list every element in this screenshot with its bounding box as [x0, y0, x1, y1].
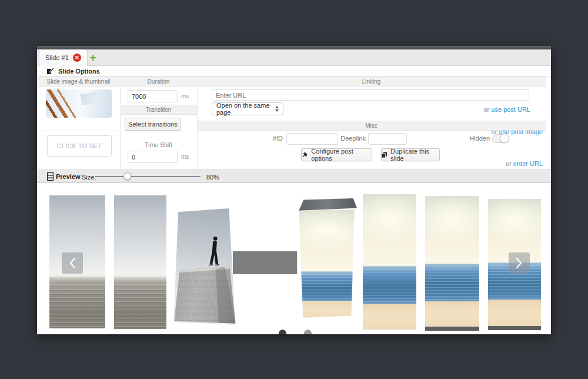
slide-options-panel: Slide image & thumbnail or enter URL or … [37, 77, 551, 169]
enter-thumb-url-link[interactable]: enter URL [513, 160, 543, 167]
preview-prev-arrow[interactable] [62, 252, 83, 274]
preview-size-slider-handle[interactable] [123, 172, 131, 180]
preview-size-value: 80% [206, 174, 219, 181]
post-url-links: or use post URL [484, 105, 531, 114]
beach-sea [363, 266, 416, 304]
preview-slice-beach-2 [363, 194, 416, 330]
deeplink-label: Deeplink [319, 135, 366, 142]
thumb-links: or enter URL [506, 159, 543, 168]
slice-bottom-edge [488, 326, 541, 330]
link-target-select[interactable]: Open on the same page [212, 102, 283, 115]
click-to-set-thumbnail-button[interactable]: CLICK TO SET [47, 135, 112, 157]
slide-preview-area [37, 183, 551, 334]
or-text: or [506, 160, 512, 167]
misc-header: Misc [197, 121, 546, 131]
linking-header: Linking [197, 77, 546, 87]
time-shift-unit: ms [181, 154, 189, 160]
cube-top-face [297, 198, 358, 211]
tab-slide-1[interactable]: Slide #1 ✕ [39, 49, 88, 66]
transition-header: Transition [120, 105, 197, 115]
select-stepper-icon [275, 106, 279, 112]
or-text: or [484, 106, 490, 113]
slide-tabbar: Slide #1 ✕ + [37, 49, 551, 66]
film-icon [47, 172, 54, 181]
duplicate-icon [382, 152, 387, 158]
configure-post-options-button[interactable]: Configure post options [301, 148, 372, 161]
preview-bullet-1[interactable] [279, 330, 286, 334]
select-transitions-button[interactable]: Select transitions [125, 118, 181, 131]
preview-bullet-2[interactable] [304, 330, 312, 334]
toggle-knob [500, 134, 509, 143]
duration-unit: ms [181, 93, 189, 99]
preview-slice-beach-3 [425, 196, 479, 331]
slide-thumbnail-image[interactable] [46, 89, 112, 118]
preview-bar: Preview Size: 80% [37, 169, 551, 183]
deeplink-input[interactable] [368, 133, 407, 145]
beach-sand [488, 300, 541, 326]
slide-options-title: Slide Options [58, 68, 100, 75]
beach-sand [425, 301, 479, 327]
slice-bottom-edge [425, 327, 479, 331]
time-shift-label: Time Shift [120, 141, 197, 148]
preview-next-arrow[interactable] [509, 252, 530, 274]
chevron-left-icon [69, 257, 76, 269]
beach-sky [297, 210, 358, 271]
preview-size-slider-track[interactable] [95, 176, 201, 177]
id-label: #ID [243, 135, 283, 142]
link-target-value: Open on the same page [216, 102, 270, 116]
configure-post-options-label: Configure post options [311, 148, 372, 162]
duration-header: Duration [120, 77, 197, 87]
preview-size-label: Size: [82, 174, 96, 181]
chevron-right-icon [516, 257, 523, 269]
slide-options-header: Slide Options [37, 66, 551, 77]
time-shift-input[interactable] [128, 151, 178, 163]
beach-tilted-body [297, 210, 358, 318]
image-column-divider [37, 131, 120, 131]
image-column-header: Slide image & thumbnail [37, 77, 120, 87]
pushpin-icon [302, 152, 308, 158]
preview-label: Preview [56, 173, 81, 180]
add-slide-button[interactable]: + [86, 51, 99, 65]
edit-icon [46, 67, 54, 75]
preview-slice-beach-tilted [297, 198, 358, 318]
slide-editor-window: Slide #1 ✕ + Slide Options Slide image &… [37, 46, 551, 334]
preview-slice-businessman [172, 207, 238, 328]
beach-sky [425, 196, 479, 264]
businessman-silhouette-icon [206, 231, 222, 271]
link-url-input[interactable] [212, 89, 529, 101]
hidden-toggle[interactable] [492, 134, 509, 143]
preview-slice-gray-2 [114, 195, 166, 329]
preview-slice-rotating-face [233, 251, 297, 274]
close-slide-icon[interactable]: ✕ [73, 54, 81, 62]
beach-sand [363, 304, 416, 330]
duplicate-slide-label: Duplicate this slide [390, 148, 439, 162]
duration-input[interactable] [128, 90, 178, 102]
beach-sea [297, 271, 358, 301]
use-post-url-link[interactable]: use post URL [491, 106, 530, 113]
tab-slide-1-label: Slide #1 [45, 54, 69, 61]
duplicate-slide-button[interactable]: Duplicate this slide [381, 148, 440, 161]
hidden-label: Hidden [449, 135, 490, 142]
beach-sea [425, 264, 479, 301]
beach-sky [363, 194, 416, 266]
column-separator [120, 77, 121, 169]
beach-sand [297, 301, 358, 318]
